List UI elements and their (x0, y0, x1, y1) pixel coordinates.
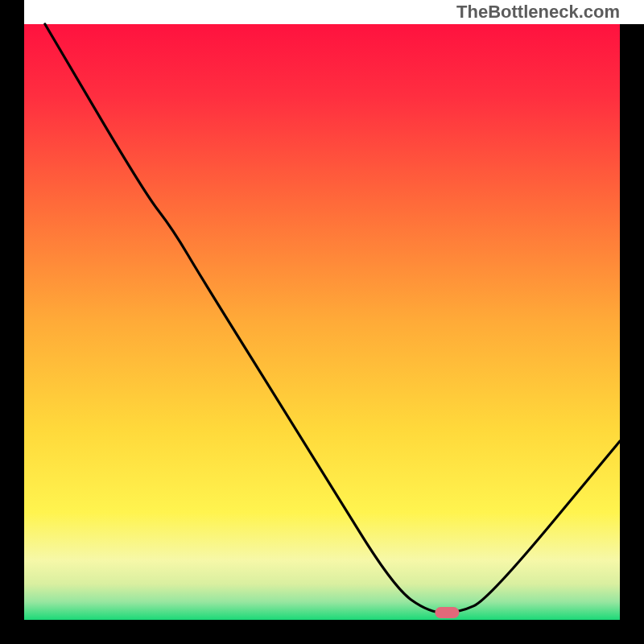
chart-svg: TheBottleneck.com (0, 0, 644, 644)
frame-left (0, 0, 24, 644)
gradient-background (24, 24, 620, 620)
optimal-marker (435, 607, 459, 618)
chart-container: TheBottleneck.com (0, 0, 644, 644)
frame-right (620, 24, 644, 644)
watermark-text: TheBottleneck.com (456, 2, 620, 22)
frame-bottom (0, 620, 644, 644)
